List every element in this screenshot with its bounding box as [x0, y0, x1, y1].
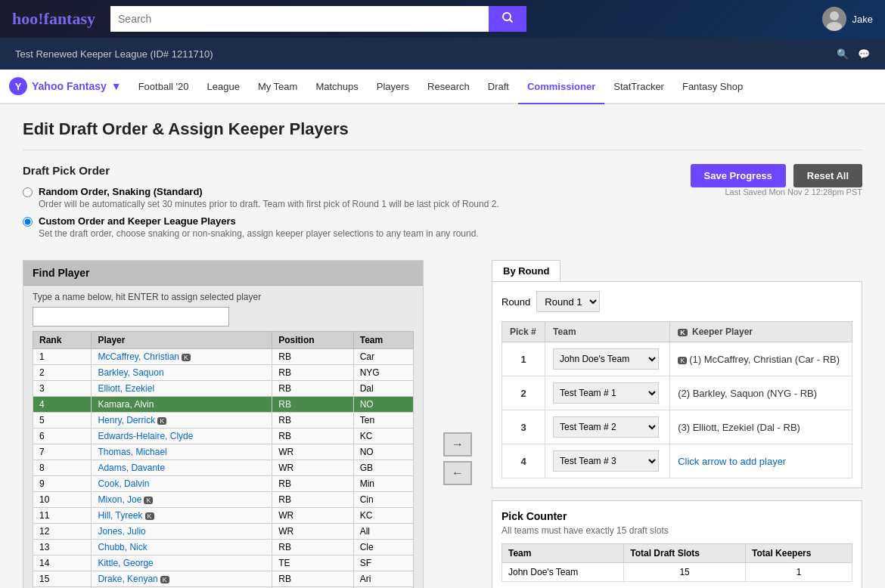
- find-player-body: Type a name below, hit ENTER to assign s…: [23, 286, 423, 588]
- player-team: NO: [353, 444, 413, 460]
- pick-number: 1: [502, 342, 545, 376]
- pick-team-select[interactable]: John Doe's TeamTest Team # 1Test Team # …: [553, 382, 659, 404]
- radio-random[interactable]: [23, 187, 33, 197]
- pick-counter-title: Pick Counter: [502, 510, 852, 522]
- draft-col-pick: Pick #: [502, 322, 545, 342]
- player-name[interactable]: Adams, Davante: [92, 460, 272, 476]
- reset-all-button[interactable]: Reset All: [793, 164, 862, 187]
- keeper-badge: K: [160, 576, 169, 583]
- nav-item-research[interactable]: Research: [418, 70, 479, 104]
- player-team: NO: [353, 397, 413, 413]
- player-rank: 14: [33, 556, 92, 571]
- user-name[interactable]: Jake: [852, 14, 873, 25]
- player-row[interactable]: 6Edwards-Helaire, ClydeRBKC: [33, 429, 414, 444]
- pick-team-select[interactable]: John Doe's TeamTest Team # 1Test Team # …: [553, 416, 659, 438]
- player-name[interactable]: Mixon, JoeK: [92, 492, 272, 508]
- player-row[interactable]: 13Chubb, NickRBCle: [33, 540, 414, 556]
- player-row[interactable]: 3Elliott, EzekielRBDal: [33, 381, 414, 397]
- nav-item-matchups[interactable]: Matchups: [306, 70, 367, 104]
- counter-col-keepers: Total Keepers: [745, 544, 852, 563]
- counter-team: John Doe's Team: [502, 563, 624, 582]
- right-panel: By Round Round Round 1Round 2Round 3Roun…: [492, 260, 862, 588]
- player-row[interactable]: 12Jones, JulioWRAll: [33, 524, 414, 540]
- col-player: Player: [92, 332, 272, 349]
- save-progress-button[interactable]: Save Progress: [691, 164, 786, 187]
- pick-team-select[interactable]: John Doe's TeamTest Team # 1Test Team # …: [553, 348, 659, 370]
- player-name[interactable]: Thomas, Michael: [92, 444, 272, 460]
- pick-team-cell: John Doe's TeamTest Team # 1Test Team # …: [545, 410, 670, 444]
- player-row[interactable]: 15Drake, KenyanKRBAri: [33, 571, 414, 587]
- player-row[interactable]: 9Cook, DalvinRBMin: [33, 476, 414, 492]
- logo-text: hoo!fantasy: [12, 9, 95, 28]
- nav-brand[interactable]: Y Yahoo Fantasy ▼: [9, 77, 122, 95]
- player-rank: 7: [33, 444, 92, 460]
- player-row[interactable]: 10Mixon, JoeKRBCin: [33, 492, 414, 508]
- nav-item-football20[interactable]: Football '20: [129, 70, 198, 104]
- nav-item-stattracker[interactable]: StatTracker: [604, 70, 673, 104]
- nav-item-players[interactable]: Players: [368, 70, 418, 104]
- player-name[interactable]: Jones, Julio: [92, 524, 272, 540]
- message-icon[interactable]: 💬: [858, 48, 870, 60]
- nav-item-fantasyshop[interactable]: Fantasy Shop: [673, 70, 752, 104]
- player-name[interactable]: Kittle, George: [92, 556, 272, 571]
- pick-counter: Pick Counter All teams must have exactly…: [492, 500, 862, 588]
- player-row[interactable]: 1McCaffrey, ChristianKRBCar: [33, 349, 414, 365]
- round-dropdown[interactable]: Round 1Round 2Round 3Round 4Round 5: [536, 291, 600, 312]
- player-name[interactable]: Kamara, Alvin: [92, 397, 272, 413]
- arrow-down-button[interactable]: ←: [443, 461, 472, 485]
- radio-custom[interactable]: [23, 217, 33, 227]
- player-row[interactable]: 5Henry, DerrickKRBTen: [33, 413, 414, 429]
- player-row[interactable]: 14Kittle, GeorgeTESF: [33, 556, 414, 571]
- player-team: GB: [353, 460, 413, 476]
- find-player-hint: Type a name below, hit ENTER to assign s…: [33, 292, 414, 302]
- page-content: Edit Draft Order & Assign Keeper Players…: [0, 104, 885, 588]
- pick-team-cell: John Doe's TeamTest Team # 1Test Team # …: [545, 444, 670, 478]
- player-name[interactable]: Cook, Dalvin: [92, 476, 272, 492]
- player-name[interactable]: Chubb, Nick: [92, 540, 272, 556]
- player-row[interactable]: 8Adams, DavanteWRGB: [33, 460, 414, 476]
- player-row[interactable]: 11Hill, TyreekKWRKC: [33, 508, 414, 524]
- svg-line-1: [510, 20, 513, 23]
- player-rank: 3: [33, 381, 92, 397]
- player-rank: 4: [33, 397, 92, 413]
- nav-item-league[interactable]: League: [197, 70, 248, 104]
- draft-pick-row: 1John Doe's TeamTest Team # 1Test Team #…: [502, 342, 852, 376]
- player-name[interactable]: Barkley, Saquon: [92, 365, 272, 381]
- search-input[interactable]: [110, 6, 489, 32]
- player-position: RB: [272, 365, 353, 381]
- keeper-row-badge: K: [678, 357, 687, 364]
- site-logo[interactable]: hoo!fantasy: [12, 9, 95, 29]
- player-name[interactable]: McCaffrey, ChristianK: [92, 349, 272, 365]
- player-name[interactable]: Edwards-Helaire, Clyde: [92, 429, 272, 444]
- draft-pick-order-options: Draft Pick Order Random Order, Snaking (…: [23, 164, 499, 245]
- search-icon[interactable]: 🔍: [837, 48, 849, 60]
- player-name[interactable]: Hill, TyreekK: [92, 508, 272, 524]
- pick-team-select[interactable]: John Doe's TeamTest Team # 1Test Team # …: [553, 450, 659, 472]
- option2-title: Custom Order and Keeper League Players: [39, 215, 479, 227]
- keeper-player-text: (3) Elliott, Ezekiel (Dal - RB): [678, 422, 800, 433]
- arrow-up-button[interactable]: →: [443, 432, 472, 456]
- player-row[interactable]: 4Kamara, AlvinRBNO: [33, 397, 414, 413]
- nav-item-draft[interactable]: Draft: [479, 70, 518, 104]
- find-player-input[interactable]: [33, 307, 229, 326]
- by-round-tab[interactable]: By Round: [492, 260, 560, 281]
- keeper-badge: K: [145, 512, 154, 520]
- player-position: RB: [272, 492, 353, 508]
- player-name[interactable]: Elliott, Ezekiel: [92, 381, 272, 397]
- player-position: TE: [272, 556, 353, 571]
- keeper-player-text: (1) McCaffrey, Christian (Car - RB): [689, 354, 840, 365]
- player-name[interactable]: Henry, DerrickK: [92, 413, 272, 429]
- player-row[interactable]: 7Thomas, MichaelWRNO: [33, 444, 414, 460]
- nav-item-myteam[interactable]: My Team: [249, 70, 307, 104]
- search-button[interactable]: [489, 6, 526, 32]
- option2-desc: Set the draft order, choose snaking or n…: [39, 228, 479, 239]
- draft-pick-order-section: Draft Pick Order Random Order, Snaking (…: [23, 164, 862, 245]
- add-player-text[interactable]: Click arrow to add player: [678, 456, 786, 467]
- player-rank: 6: [33, 429, 92, 444]
- league-bar-icons: 🔍 💬: [837, 48, 870, 60]
- keeper-header-badge: K: [678, 329, 688, 336]
- radio-option-custom: Custom Order and Keeper League Players S…: [23, 215, 499, 239]
- player-name[interactable]: Drake, KenyanK: [92, 571, 272, 587]
- nav-item-commissioner[interactable]: Commissioner: [518, 70, 604, 104]
- player-row[interactable]: 2Barkley, SaquonRBNYG: [33, 365, 414, 381]
